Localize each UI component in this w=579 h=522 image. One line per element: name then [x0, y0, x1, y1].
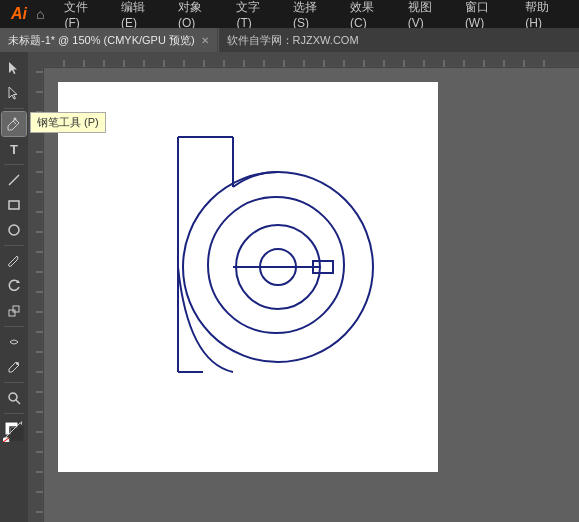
- toolbar-separator-5: [4, 382, 24, 383]
- svg-point-6: [9, 225, 19, 235]
- svg-point-2: [14, 118, 17, 121]
- menu-bar: 文件(F) 编辑(E) 对象(O) 文字(T) 选择(S) 效果(C) 视图(V…: [56, 0, 573, 32]
- line-tool-button[interactable]: [2, 168, 26, 192]
- ellipse-tool-button[interactable]: [2, 218, 26, 242]
- svg-rect-8: [9, 310, 15, 316]
- svg-marker-1: [9, 87, 17, 99]
- svg-line-3: [13, 121, 16, 124]
- artwork-svg: [58, 82, 438, 472]
- menu-effect[interactable]: 效果(C): [342, 0, 398, 32]
- fill-stroke-colors[interactable]: [2, 417, 26, 445]
- direct-select-tool-button[interactable]: [2, 81, 26, 105]
- toolbar: 钢笔工具 (P) T: [0, 52, 28, 522]
- svg-point-11: [9, 393, 17, 401]
- artboard: [58, 82, 438, 472]
- ruler-horizontal: [44, 52, 579, 68]
- svg-rect-5: [9, 201, 19, 209]
- menu-view[interactable]: 视图(V): [400, 0, 455, 32]
- svg-line-4: [9, 175, 19, 185]
- toolbar-separator-1: [4, 108, 24, 109]
- selection-tool-button[interactable]: [2, 56, 26, 80]
- tab-label: 未标题-1* @ 150% (CMYK/GPU 预览): [8, 33, 195, 48]
- main-layout: 钢笔工具 (P) T: [0, 52, 579, 522]
- svg-line-12: [16, 400, 20, 404]
- menu-select[interactable]: 选择(S): [285, 0, 340, 32]
- ruler-vertical: [28, 52, 44, 522]
- warp-tool-button[interactable]: [2, 330, 26, 354]
- type-tool-button[interactable]: T: [2, 137, 26, 161]
- svg-point-74: [208, 197, 344, 333]
- svg-point-10: [16, 362, 19, 365]
- tab-website: 软件自学网：RJZXW.COM: [218, 28, 579, 52]
- menu-text[interactable]: 文字(T): [228, 0, 282, 32]
- toolbar-separator-6: [4, 413, 24, 414]
- rect-tool-button[interactable]: [2, 193, 26, 217]
- toolbar-separator-4: [4, 326, 24, 327]
- ruler-corner: [28, 52, 44, 68]
- svg-rect-9: [13, 306, 19, 312]
- home-icon[interactable]: ⌂: [36, 6, 44, 22]
- scale-tool-button[interactable]: [2, 299, 26, 323]
- canvas-area[interactable]: [28, 52, 579, 522]
- menu-window[interactable]: 窗口(W): [457, 0, 515, 32]
- menu-help[interactable]: 帮助(H): [517, 0, 573, 32]
- title-bar: Ai ⌂ 文件(F) 编辑(E) 对象(O) 文字(T) 选择(S) 效果(C)…: [0, 0, 579, 28]
- toolbar-separator-3: [4, 245, 24, 246]
- menu-edit[interactable]: 编辑(E): [113, 0, 168, 32]
- menu-file[interactable]: 文件(F): [56, 0, 110, 32]
- svg-marker-0: [9, 62, 17, 74]
- brush-tool-button[interactable]: [2, 249, 26, 273]
- rotate-tool-button[interactable]: [2, 274, 26, 298]
- tab-document[interactable]: 未标题-1* @ 150% (CMYK/GPU 预览) ✕: [0, 28, 218, 52]
- menu-object[interactable]: 对象(O): [170, 0, 226, 32]
- toolbar-separator-2: [4, 164, 24, 165]
- app-logo: Ai: [6, 5, 32, 23]
- tab-close-button[interactable]: ✕: [201, 35, 209, 46]
- pen-tool-button[interactable]: 钢笔工具 (P): [2, 112, 26, 136]
- zoom-tool-button[interactable]: [2, 386, 26, 410]
- eyedropper-tool-button[interactable]: [2, 355, 26, 379]
- tab-bar: 未标题-1* @ 150% (CMYK/GPU 预览) ✕ 软件自学网：RJZX…: [0, 28, 579, 52]
